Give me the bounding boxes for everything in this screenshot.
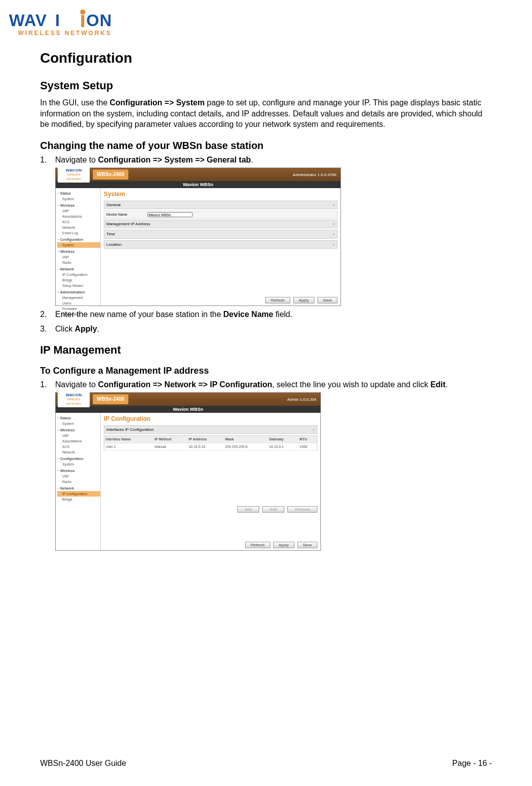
text: field. [273, 310, 292, 319]
nav-item[interactable]: Associations [57, 438, 100, 444]
section-label: Interfaces IP Configuration [106, 427, 154, 432]
steps-changing-name: Navigate to Configuration => System => G… [40, 154, 492, 335]
svg-text:WAV: WAV [9, 11, 47, 30]
text-bold: Configuration => Network => IP Configura… [98, 380, 272, 389]
section-ip-management: IP Management [40, 344, 492, 357]
collapse-icon[interactable]: × [332, 242, 335, 247]
nav-group[interactable]: Wireless [57, 203, 100, 208]
nav-item[interactable]: Radio [57, 479, 100, 485]
section-label: Location [106, 242, 121, 247]
th-method: IP Method [153, 436, 187, 443]
device-name-input[interactable] [147, 212, 193, 217]
text-bold: Edit [430, 380, 445, 389]
collapse-icon[interactable]: × [332, 202, 335, 208]
save-button[interactable]: Save [297, 542, 317, 548]
section-time[interactable]: Time× [104, 230, 337, 238]
collapse-icon[interactable]: × [312, 427, 315, 432]
text: . [446, 380, 448, 389]
text: Enter the new name of your base station … [55, 310, 223, 319]
nav-item[interactable]: System [57, 196, 100, 202]
nav-item[interactable]: Bridge [57, 277, 100, 283]
nav-group[interactable]: Network [57, 266, 100, 272]
nav-item[interactable]: Network [57, 449, 100, 455]
admin-label: Administrator 1.0.0.4706 [293, 172, 336, 178]
brand-logo: WAV ON WIRELESS NETWORKS I [9, 9, 139, 38]
nav-item-selected[interactable]: IP Configuration [57, 491, 100, 497]
nav-group[interactable]: Configuration [57, 237, 100, 242]
apply-button[interactable]: Apply [273, 542, 294, 548]
mini-logo: WAVIONWIRELESS NETWORKS [58, 167, 90, 183]
section-interfaces[interactable]: Interfaces IP Configuration× [104, 425, 317, 434]
nav-item[interactable]: Event Log [57, 230, 100, 236]
nav-group[interactable]: Wireless [57, 427, 100, 433]
svg-text:WIRELESS NETWORKS: WIRELESS NETWORKS [18, 30, 112, 37]
svg-text:I: I [55, 11, 60, 30]
text: Click [55, 325, 75, 333]
section-location[interactable]: Location× [104, 240, 337, 249]
edit-button[interactable]: Edit [262, 506, 284, 513]
text: . [251, 155, 253, 164]
nav-group[interactable]: Status [57, 191, 100, 196]
footer-page-number: Page - 16 - [452, 759, 492, 768]
save-button[interactable]: Save [317, 297, 337, 303]
nav-item[interactable]: Setup Wizard [57, 283, 100, 288]
nav-item[interactable]: ACS [57, 444, 100, 449]
nav-group[interactable]: Status [57, 415, 100, 421]
apply-button[interactable]: Apply [293, 297, 314, 303]
nav-item[interactable]: ACS [57, 219, 100, 225]
section-mgmt-ip[interactable]: Management IP Address× [104, 220, 337, 228]
product-badge: WBSn-2400 [93, 170, 128, 180]
nav-group[interactable]: Administration [57, 289, 100, 295]
nav-item[interactable]: VAP [57, 208, 100, 214]
interfaces-table: Interface Name IP Method IP Address Mask… [104, 435, 317, 451]
nav-item[interactable]: VAP [57, 254, 100, 260]
field-label: Device Name [106, 212, 127, 217]
collapse-icon[interactable]: × [332, 231, 335, 237]
nav-group[interactable]: Wireless [57, 249, 100, 254]
nav-item[interactable]: Management [57, 295, 100, 300]
table-header-row: Interface Name IP Method IP Address Mask… [104, 436, 317, 443]
refresh-button[interactable]: Refresh [265, 297, 290, 303]
section-config-mgmt-ip: To Configure a Management IP address [40, 366, 492, 376]
nav-item[interactable]: Bridge [57, 497, 100, 502]
nav-item[interactable]: Users [57, 300, 100, 306]
mini-logo: WAVIONWIRELESS NETWORKS [58, 392, 90, 407]
td-mask: 255.255.255.0 [224, 443, 268, 451]
text-bold: Configuration => System => General tab [98, 155, 251, 164]
product-badge: WBSn-2400 [93, 394, 128, 404]
nav-item[interactable]: Network [57, 225, 100, 230]
nav-item[interactable]: System [57, 421, 100, 426]
nav-group[interactable]: Wireless [57, 468, 100, 474]
nav-item[interactable]: VAP [57, 433, 100, 438]
th-gateway: Gateway [268, 436, 298, 443]
th-address: IP Address [187, 436, 224, 443]
td-method: Manual [153, 443, 187, 451]
remove-button[interactable]: Remove [287, 506, 317, 513]
text: In the GUI, use the [40, 98, 110, 107]
section-label: Management IP Address [106, 221, 150, 227]
text-bold: Device Name [223, 310, 273, 319]
nav-item[interactable]: System [57, 461, 100, 467]
nav-group[interactable]: Configuration [57, 456, 100, 461]
step-1: Navigate to Configuration => System => G… [40, 154, 492, 306]
text-bold: Configuration => System [110, 98, 205, 107]
table-row[interactable]: Vlan 1 Manual 10.10.0.10 255.255.255.0 1… [104, 443, 317, 451]
collapse-icon[interactable]: × [332, 221, 335, 227]
text: , select the line you wish to update and… [272, 380, 431, 389]
add-button[interactable]: Add [237, 506, 259, 513]
subheader: Wavion WBSn [56, 406, 320, 413]
nav-group[interactable]: Network [57, 486, 100, 491]
nav-item[interactable]: VAP [57, 474, 100, 479]
nav-item[interactable]: Radio [57, 260, 100, 265]
refresh-button[interactable]: Refresh [245, 542, 270, 548]
svg-rect-2 [81, 15, 84, 27]
text: Navigate to [55, 155, 98, 164]
footer-doc-title: WBSn-2400 User Guide [40, 759, 126, 768]
nav-item-selected[interactable]: System [57, 242, 100, 248]
td-interface: Vlan 1 [104, 443, 153, 451]
section-general[interactable]: General× [104, 201, 337, 209]
td-address: 10.10.0.10 [187, 443, 224, 451]
step-3: Click Apply. [40, 324, 492, 335]
nav-item[interactable]: IP Configuration [57, 272, 100, 277]
nav-item[interactable]: Associations [57, 214, 100, 219]
